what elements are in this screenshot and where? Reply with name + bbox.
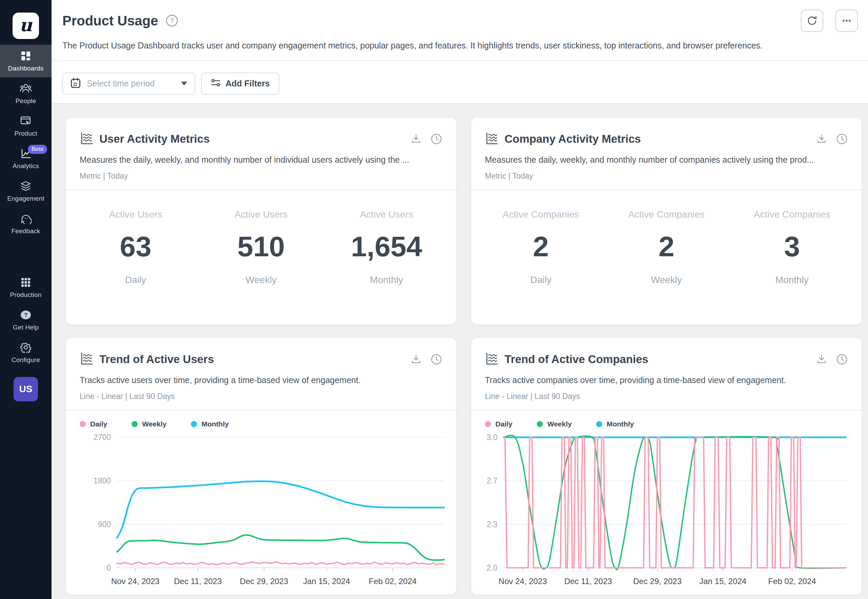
gear-icon (20, 342, 32, 353)
company-activity-metrics-card: Company Activity Metrics (471, 117, 862, 324)
sidebar-item-label: Analytics (12, 163, 39, 170)
legend-dot-weekly (537, 421, 543, 427)
legend-item-monthly[interactable]: Monthly (596, 420, 634, 428)
card-meta: Metric | Today (485, 172, 848, 181)
download-icon[interactable] (411, 354, 422, 365)
card-description: Measures the daily, weekly, and monthly … (485, 155, 848, 165)
legend-dot-weekly (131, 421, 138, 427)
sidebar-item-people[interactable]: People (0, 77, 51, 110)
legend-item-daily[interactable]: Daily (485, 420, 512, 428)
app-logo[interactable]: u (12, 12, 39, 39)
svg-text:?: ? (170, 17, 174, 24)
time-period-select[interactable]: Select time period (62, 72, 195, 95)
analytics-icon: Beta (20, 148, 32, 159)
chart-legend: Daily Weekly Monthly (471, 411, 862, 428)
card-meta: Line - Linear | Last 90 Days (485, 392, 848, 401)
metric-value: 2 (478, 230, 604, 263)
add-filters-button[interactable]: Add Filters (201, 72, 279, 95)
clock-icon[interactable] (430, 133, 443, 145)
sidebar-item-label: Production (10, 291, 42, 299)
card-title: Trend of Active Companies (505, 353, 648, 366)
svg-text:Jan 15, 2024: Jan 15, 2024 (303, 576, 350, 586)
calendar-icon (71, 78, 81, 90)
sidebar-item-get-help[interactable]: ? Get Help (0, 304, 51, 336)
metric-period: Daily (73, 275, 198, 286)
sidebar-item-engagement[interactable]: Engagement (0, 175, 51, 208)
sidebar-item-product[interactable]: Product (0, 110, 51, 142)
sidebar-item-feedback[interactable]: Feedback (0, 208, 51, 240)
metric-value: 63 (73, 230, 198, 263)
sidebar-item-analytics[interactable]: Beta Analytics (0, 142, 51, 175)
more-options-button[interactable] (835, 9, 858, 32)
chevron-down-icon (181, 82, 187, 86)
metric-period: Monthly (324, 275, 449, 286)
metric-chart-icon (485, 352, 499, 367)
svg-text:2.0: 2.0 (487, 563, 497, 572)
metric-period: Weekly (604, 275, 729, 286)
svg-text:Jan 15, 2024: Jan 15, 2024 (699, 576, 746, 586)
metric-value: 2 (604, 230, 729, 263)
metric-label: Active Users (324, 209, 449, 220)
legend-item-monthly[interactable]: Monthly (191, 420, 229, 428)
question-circle-icon: ? (20, 310, 32, 321)
trend-active-users-card: Trend of Active Users (66, 338, 456, 594)
svg-text:Dec 29, 2023: Dec 29, 2023 (633, 576, 682, 586)
card-description: Measures the daily, weekly, and monthly … (80, 155, 443, 165)
legend-dot-daily (485, 421, 491, 427)
card-description: Tracks active companies over time, provi… (485, 375, 848, 385)
sidebar-item-label: People (16, 97, 36, 105)
legend-label: Monthly (201, 420, 229, 428)
clock-icon[interactable] (836, 353, 848, 366)
download-icon[interactable] (816, 134, 827, 144)
sidebar-item-dashboards[interactable]: Dashboards (0, 45, 51, 77)
metric-period: Daily (478, 275, 604, 286)
metric-monthly: Active Users 1,654 Monthly (324, 209, 449, 286)
user-avatar[interactable]: US (14, 377, 38, 401)
legend-label: Weekly (547, 420, 572, 428)
filter-bar: Select time period Add Filters (51, 61, 868, 103)
clock-icon[interactable] (430, 353, 443, 366)
help-icon[interactable]: ? (166, 14, 178, 27)
page-description: The Product Usage Dashboard tracks user … (62, 41, 858, 60)
sliders-icon (211, 78, 221, 90)
svg-text:2.7: 2.7 (487, 476, 497, 485)
legend-item-weekly[interactable]: Weekly (131, 420, 166, 428)
metric-label: Active Companies (604, 209, 729, 220)
sidebar-item-label: Configure (12, 356, 40, 364)
svg-text:Dec 29, 2023: Dec 29, 2023 (240, 576, 288, 586)
sidebar-item-label: Engagement (7, 195, 44, 202)
refresh-button[interactable] (801, 9, 823, 32)
metric-label: Active Companies (478, 209, 604, 220)
people-icon (20, 83, 32, 94)
svg-text:Dec 11, 2023: Dec 11, 2023 (174, 576, 222, 586)
svg-text:Feb 02, 2024: Feb 02, 2024 (369, 576, 416, 586)
download-icon[interactable] (816, 354, 827, 365)
metric-monthly: Active Companies 3 Monthly (729, 209, 855, 286)
legend-label: Monthly (607, 420, 634, 428)
active-companies-line-chart: 3.02.72.32.0Nov 24, 2023Dec 11, 2023Dec … (471, 429, 862, 591)
grid-icon (20, 277, 32, 288)
sidebar-item-label: Dashboards (8, 65, 44, 72)
metric-label: Active Companies (729, 209, 855, 220)
sidebar-item-production[interactable]: Production (0, 271, 51, 304)
metric-value: 510 (198, 230, 324, 263)
card-meta: Line - Linear | Last 90 Days (80, 392, 443, 401)
card-meta: Metric | Today (80, 172, 443, 181)
legend-item-weekly[interactable]: Weekly (537, 420, 572, 428)
sidebar-item-configure[interactable]: Configure (0, 336, 51, 369)
svg-text:Nov 24, 2023: Nov 24, 2023 (111, 576, 160, 586)
sidebar-nav: Dashboards People Product (0, 45, 51, 401)
metric-daily: Active Companies 2 Daily (478, 209, 604, 286)
chart-legend: Daily Weekly Monthly (66, 411, 456, 428)
svg-text:3.0: 3.0 (487, 433, 497, 442)
legend-item-daily[interactable]: Daily (80, 420, 107, 428)
product-icon (20, 116, 32, 126)
main-content: Product Usage ? (51, 0, 868, 594)
svg-text:Nov 24, 2023: Nov 24, 2023 (499, 576, 547, 586)
metric-weekly: Active Users 510 Weekly (198, 209, 324, 286)
metric-daily: Active Users 63 Daily (73, 209, 198, 286)
metric-period: Weekly (198, 275, 324, 286)
metric-chart-icon (80, 131, 94, 147)
download-icon[interactable] (411, 134, 422, 144)
clock-icon[interactable] (836, 133, 848, 145)
